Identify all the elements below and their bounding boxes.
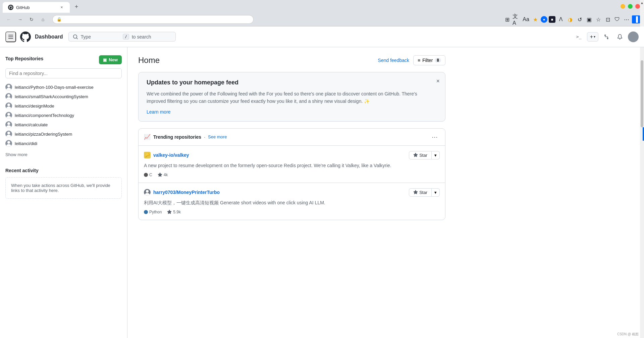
- ext-card-icon[interactable]: ⊡: [604, 15, 612, 23]
- scroll-up-arrow[interactable]: ▲: [640, 0, 644, 5]
- watermark: CSDN @ 截图: [617, 332, 639, 337]
- hamburger-icon: [8, 34, 13, 40]
- list-item[interactable]: leitianci/pizzaOrderingSystem: [5, 129, 122, 139]
- github-logo[interactable]: [20, 31, 31, 42]
- star-button[interactable]: Star: [409, 188, 432, 197]
- extension-icons: ⊞ 文A Aa ★ ● ■ Λ ◑ ↺ ▣ ☆ ⊡ 🛡 ⋯ ▐: [503, 15, 640, 23]
- trending-more-button[interactable]: ⋯: [430, 133, 440, 141]
- ext-shield-icon[interactable]: 🛡: [613, 15, 621, 23]
- ext-sidebar2-icon[interactable]: ▐: [632, 15, 640, 23]
- repo-meta: C 4k: [144, 173, 440, 177]
- repo-name-container: harry0703/MoneyPrinterTurbo: [144, 189, 220, 196]
- main-content: Home Send feedback ≡ Filter 8 × Updates …: [127, 47, 456, 338]
- scrollbar-thumb[interactable]: [641, 60, 643, 127]
- language-name: C: [149, 173, 152, 177]
- scrollbar[interactable]: ▲: [640, 0, 644, 338]
- list-item[interactable]: leitianci/didi: [5, 139, 122, 148]
- ext-translate-icon[interactable]: 文A: [513, 15, 521, 23]
- ext-lambda-icon[interactable]: Λ: [557, 15, 565, 23]
- learn-more-link[interactable]: Learn more: [147, 109, 171, 115]
- header-title: Dashboard: [35, 34, 63, 40]
- forward-button[interactable]: →: [15, 15, 25, 24]
- language-dot: [144, 210, 148, 214]
- repo-avatar: [5, 103, 12, 109]
- ext-box-icon[interactable]: ■: [549, 16, 555, 23]
- svg-point-12: [7, 132, 10, 134]
- hamburger-button[interactable]: [5, 31, 16, 42]
- repo-avatar: [5, 121, 12, 128]
- language-name: Python: [149, 210, 162, 214]
- ext-read-icon[interactable]: Aa: [522, 15, 530, 23]
- repo-card-link[interactable]: valkey-io/valkey: [153, 152, 189, 158]
- star-button-group: Star ▾: [409, 188, 440, 197]
- ext-circle2-icon[interactable]: ◑: [566, 15, 574, 23]
- home-header: Home Send feedback ≡ Filter 8: [138, 55, 445, 65]
- see-more-link[interactable]: See more: [208, 134, 227, 139]
- list-item[interactable]: leitianci/designMode: [5, 101, 122, 111]
- ext-circle-icon[interactable]: ●: [541, 16, 547, 23]
- send-feedback-button[interactable]: Send feedback: [378, 58, 409, 63]
- new-repo-button[interactable]: ▣ New: [99, 55, 122, 64]
- list-item[interactable]: leitianci/componentTechnology: [5, 111, 122, 120]
- list-item[interactable]: leitianci/Python-100-Days-small-exercise: [5, 82, 122, 92]
- window-controls: — ⊞ ×: [621, 4, 640, 9]
- search-bar[interactable]: Type / to search: [68, 32, 176, 42]
- filter-button[interactable]: ≡ Filter 8: [413, 55, 445, 65]
- new-tab-button[interactable]: +: [72, 2, 81, 11]
- list-item[interactable]: leitianci/calculate: [5, 120, 122, 129]
- star-dropdown-button[interactable]: ▾: [432, 151, 440, 159]
- home-button[interactable]: ⌂: [38, 15, 48, 24]
- top-repos-title: Top Repositories: [5, 56, 43, 61]
- feed-update-close-button[interactable]: ×: [436, 78, 440, 85]
- address-bar[interactable]: 🔒 https://github.com: [52, 15, 254, 24]
- create-button[interactable]: + ▾: [587, 32, 598, 42]
- terminal-button[interactable]: >_: [574, 31, 584, 42]
- ext-refresh-icon[interactable]: ↺: [576, 15, 584, 23]
- notifications-button[interactable]: [614, 31, 625, 42]
- recent-activity-title: Recent activity: [5, 168, 122, 173]
- minimize-button[interactable]: —: [621, 4, 625, 9]
- repo-list: leitianci/Python-100-Days-small-exercise…: [5, 82, 122, 148]
- dropdown-arrow: ▾: [434, 153, 437, 158]
- header-right: >_ + ▾: [574, 31, 639, 42]
- filter-label: Filter: [422, 58, 433, 63]
- star-button[interactable]: Star: [409, 151, 432, 159]
- star-button-group: Star ▾: [409, 151, 440, 159]
- repo-name: leitianci/smallSharkAccountingSystem: [15, 94, 88, 99]
- show-more-button[interactable]: Show more: [5, 149, 28, 160]
- bell-icon: [617, 34, 623, 40]
- ext-sidebar-icon[interactable]: ▣: [585, 15, 593, 23]
- svg-point-2: [7, 85, 10, 87]
- star-dropdown-button[interactable]: ▾: [432, 188, 440, 197]
- close-button[interactable]: ×: [635, 4, 640, 9]
- back-button[interactable]: ←: [4, 15, 13, 24]
- svg-point-15: [146, 190, 149, 193]
- new-repo-label: New: [109, 57, 118, 62]
- refresh-button[interactable]: ↻: [27, 15, 36, 24]
- ext-star2-icon[interactable]: ☆: [594, 15, 602, 23]
- maximize-button[interactable]: ⊞: [628, 4, 633, 9]
- ext-star-icon[interactable]: ★: [531, 15, 539, 23]
- trending-header-left: 📈 Trending repositories · See more: [144, 134, 227, 140]
- repo-card-link[interactable]: harry0703/MoneyPrinterTurbo: [153, 190, 220, 195]
- repo-card-avatar: [144, 189, 151, 196]
- tab-close-button[interactable]: ×: [59, 5, 64, 10]
- star-label: Star: [419, 153, 427, 158]
- search-input-container[interactable]: Type / to search: [68, 32, 176, 42]
- active-tab[interactable]: GitHub ×: [3, 2, 70, 13]
- address-input[interactable]: https://github.com: [64, 17, 249, 22]
- issues-button[interactable]: [601, 31, 612, 42]
- star-count: 4k: [164, 173, 168, 177]
- trending-repo-card: harry0703/MoneyPrinterTurbo Star ▾: [139, 183, 445, 220]
- repo-search-input[interactable]: [5, 68, 122, 78]
- ext-grid-icon[interactable]: ⊞: [503, 15, 511, 23]
- search-shortcut: /: [123, 34, 129, 40]
- star-count-icon: [158, 173, 162, 177]
- ext-more-icon[interactable]: ⋯: [623, 15, 631, 23]
- filter-count: 8: [435, 58, 441, 63]
- user-avatar[interactable]: [628, 31, 639, 42]
- trending-repo-card: 🔑 valkey-io/valkey Star ▾: [139, 146, 445, 183]
- search-placeholder-2: to search: [132, 34, 171, 40]
- repo-meta: Python 5.9k: [144, 210, 440, 214]
- list-item[interactable]: leitianci/smallSharkAccountingSystem: [5, 92, 122, 101]
